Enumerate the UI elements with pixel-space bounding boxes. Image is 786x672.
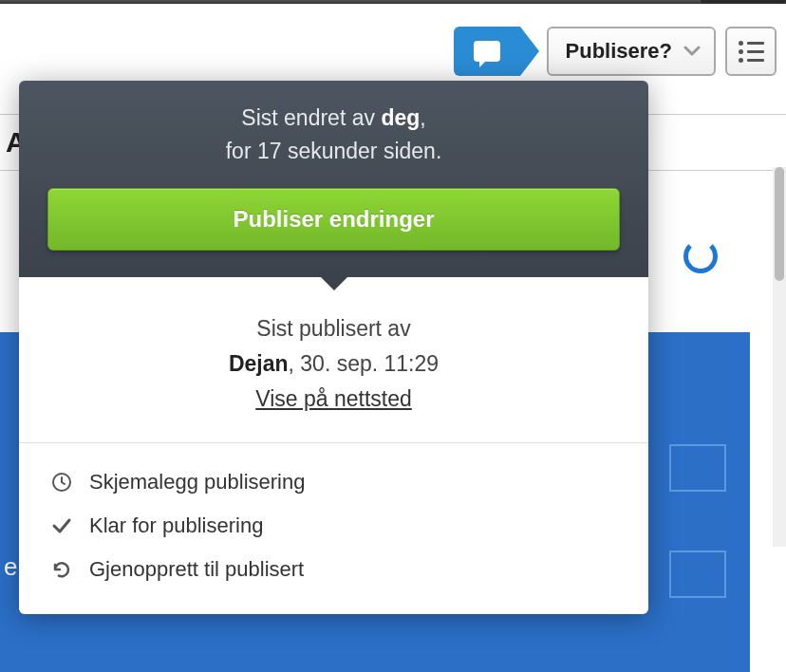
view-on-site-link[interactable]: Vise på nettsted: [255, 386, 412, 411]
content-block: [669, 444, 726, 492]
last-edited-prefix: Sist endret av: [241, 105, 381, 130]
loading-spinner-icon: [683, 239, 718, 273]
top-right-corner: [701, 0, 786, 4]
scrollbar[interactable]: [773, 167, 786, 547]
last-edited-time: for 17 sekunder siden.: [226, 139, 442, 163]
ready-for-publish-action[interactable]: Klar for publisering: [44, 504, 624, 548]
chevron-down-icon: [683, 46, 701, 57]
revert-to-published-action[interactable]: Gjenopprett til publisert: [44, 548, 624, 591]
speech-bubble-icon: [474, 41, 500, 62]
publish-changes-button[interactable]: Publiser endringer: [47, 188, 620, 251]
popover-published-info: Sist publisert av Dejan, 30. sep. 11:29 …: [19, 277, 648, 443]
last-edited-text: Sist endret av deg, for 17 sekunder side…: [47, 102, 620, 167]
schedule-publish-action[interactable]: Skjemalegg publisering: [44, 460, 624, 504]
last-published-time: 30. sep. 11:29: [300, 351, 439, 376]
revert-icon: [49, 557, 74, 582]
last-published-by: Dejan: [229, 351, 289, 376]
ready-for-publish-label: Klar for publisering: [89, 513, 263, 538]
last-edited-suffix: ,: [420, 105, 425, 130]
comment-button[interactable]: [454, 27, 520, 76]
clock-icon: [49, 470, 74, 495]
top-bar: [0, 0, 786, 4]
popover-actions: Skjemalegg publisering Klar for publiser…: [19, 443, 648, 614]
popover-arrow-icon: [319, 275, 349, 290]
revert-to-published-label: Gjenopprett til publisert: [89, 557, 304, 582]
content-block: [669, 551, 726, 598]
publish-dropdown-label: Publisere?: [566, 39, 672, 64]
list-toggle-button[interactable]: [725, 27, 777, 76]
popover-header: Sist endret av deg, for 17 sekunder side…: [19, 81, 648, 277]
last-published-separator: ,: [289, 351, 301, 376]
last-published-prefix: Sist publisert av: [256, 316, 410, 341]
check-icon: [49, 513, 74, 538]
publish-changes-label: Publiser endringer: [233, 206, 434, 233]
toolbar: Publisere?: [454, 27, 777, 76]
publish-dropdown[interactable]: Publisere?: [547, 27, 716, 76]
publish-popover: Sist endret av deg, for 17 sekunder side…: [19, 81, 648, 614]
scrollbar-thumb[interactable]: [775, 167, 784, 281]
list-icon: [739, 41, 764, 63]
last-edited-by: deg: [381, 105, 420, 130]
schedule-publish-label: Skjemalegg publisering: [89, 470, 305, 495]
